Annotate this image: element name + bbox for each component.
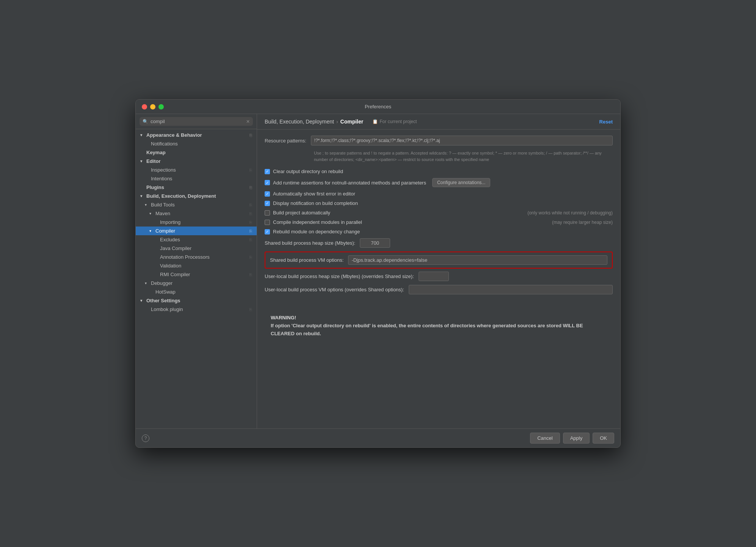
project-indicator: 📋 For current project <box>372 119 417 124</box>
option-label-display-notification: Display notification on build completion <box>273 200 358 206</box>
option-row-rebuild-dependency: Rebuild module on dependency change <box>265 229 613 234</box>
sidebar-item-build-tools[interactable]: ▾ Build Tools ⎘ <box>136 200 257 209</box>
checkbox-runtime-assertions[interactable] <box>265 180 270 185</box>
copy-icon-rmi: ⎘ <box>249 272 252 277</box>
cancel-button[interactable]: Cancel <box>530 433 560 444</box>
window-controls <box>142 104 164 109</box>
copy-icon-maven: ⎘ <box>249 211 252 216</box>
chevron-down-icon-compiler: ▾ <box>149 229 154 233</box>
close-button[interactable] <box>142 104 147 109</box>
main-header: Build, Execution, Deployment › Compiler … <box>257 114 620 130</box>
main-body: Resource patterns: Use ; to separate pat… <box>257 130 620 428</box>
option-note-build-automatically: (only works while not running / debuggin… <box>527 210 613 216</box>
chevron-down-icon-editor: ▾ <box>140 159 145 163</box>
option-label-clear-output: Clear output directory on rebuild <box>273 169 343 174</box>
copy-icon-plugins: ⎘ <box>249 185 252 190</box>
sidebar-item-intentions[interactable]: Intentions <box>136 174 257 183</box>
checkbox-display-notification[interactable] <box>265 201 270 206</box>
checkbox-show-first-error[interactable] <box>265 191 270 197</box>
sidebar-tree: ▾ Appearance & Behavior ⎘ Notifications … <box>136 129 257 428</box>
apply-button[interactable]: Apply <box>563 433 590 444</box>
sidebar-item-importing[interactable]: Importing ⎘ <box>136 218 257 227</box>
reset-button[interactable]: Reset <box>599 119 613 125</box>
option-label-show-first-error: Automatically show first error in editor <box>273 191 355 197</box>
copy-icon-inspections: ⎘ <box>249 168 252 172</box>
option-row-show-first-error: Automatically show first error in editor <box>265 191 613 197</box>
preferences-window: Preferences 🔍 ✕ ▾ Appearance & Behavior … <box>135 99 621 448</box>
checkbox-rebuild-dependency[interactable] <box>265 229 270 234</box>
option-label-runtime-assertions: Add runtime assertions for notnull-annot… <box>273 180 426 186</box>
configure-annotations-button[interactable]: Configure annotations... <box>432 178 490 187</box>
search-input[interactable] <box>151 119 244 124</box>
main-layout: 🔍 ✕ ▾ Appearance & Behavior ⎘ Notificati… <box>136 114 620 428</box>
user-heap-label: User-local build process heap size (Mbyt… <box>265 274 414 279</box>
sidebar-item-build-execution-deployment[interactable]: ▾ Build, Execution, Deployment <box>136 192 257 200</box>
minimize-button[interactable] <box>150 104 155 109</box>
user-vm-row: User-local build process VM options (ove… <box>265 285 613 294</box>
copy-icon: ⎘ <box>249 133 252 138</box>
sidebar-item-rmi-compiler[interactable]: RMI Compiler ⎘ <box>136 270 257 279</box>
resource-patterns-input[interactable] <box>311 136 613 145</box>
chevron-down-icon: ▾ <box>140 133 145 137</box>
warning-title: WARNING! <box>271 314 607 322</box>
checkbox-clear-output[interactable] <box>265 169 270 174</box>
ok-button[interactable]: OK <box>593 433 614 444</box>
option-left-build-auto: Build project automatically <box>265 210 330 216</box>
chevron-down-icon-maven: ▾ <box>149 211 154 216</box>
sidebar-item-plugins[interactable]: Plugins ⎘ <box>136 183 257 192</box>
option-note-compile-parallel: (may require larger heap size) <box>552 220 613 225</box>
project-icon: 📋 <box>372 119 378 124</box>
sidebar-item-compiler[interactable]: ▾ Compiler ⎘ <box>136 227 257 235</box>
option-row-clear-output: Clear output directory on rebuild <box>265 169 613 174</box>
sidebar-item-appearance-behavior[interactable]: ▾ Appearance & Behavior ⎘ <box>136 131 257 139</box>
heap-size-row: Shared build process heap size (Mbytes): <box>265 238 613 248</box>
chevron-down-icon-debugger: ▾ <box>145 281 149 285</box>
sidebar-item-inspections[interactable]: Inspections ⎘ <box>136 166 257 174</box>
vm-options-input[interactable] <box>348 255 607 265</box>
chevron-down-icon-other: ▾ <box>140 299 145 303</box>
heap-size-label: Shared build process heap size (Mbytes): <box>265 240 355 246</box>
checkbox-build-automatically[interactable] <box>265 210 270 216</box>
copy-icon-lombok: ⎘ <box>249 307 252 312</box>
warning-text: If option 'Clear output directory on reb… <box>271 322 607 338</box>
chevron-down-icon-buildtools: ▾ <box>145 203 149 207</box>
resource-patterns-hint: Use ; to separate patterns and ! to nega… <box>265 150 613 163</box>
sidebar-item-lombok-plugin[interactable]: Lombok plugin ⎘ <box>136 305 257 314</box>
heap-size-input[interactable] <box>360 238 390 248</box>
sidebar-item-hotswap[interactable]: HotSwap <box>136 288 257 296</box>
option-row-runtime-assertions: Add runtime assertions for notnull-annot… <box>265 178 613 187</box>
vm-options-highlighted-row: Shared build process VM options: <box>265 252 613 269</box>
sidebar-item-notifications[interactable]: Notifications <box>136 139 257 148</box>
option-left-compile-parallel: Compile independent modules in parallel <box>265 219 362 225</box>
breadcrumb-separator: › <box>336 119 338 125</box>
chevron-down-icon-build: ▾ <box>140 194 145 198</box>
option-row-display-notification: Display notification on build completion <box>265 200 613 206</box>
warning-box: WARNING! If option 'Clear output directo… <box>265 309 613 342</box>
user-heap-input[interactable] <box>419 272 449 281</box>
sidebar-item-validation[interactable]: Validation <box>136 261 257 270</box>
sidebar-item-annotation-processors[interactable]: Annotation Processors ⎘ <box>136 253 257 261</box>
breadcrumb-current: Compiler <box>340 119 364 125</box>
copy-icon-importing: ⎘ <box>249 220 252 225</box>
sidebar-item-editor[interactable]: ▾ Editor <box>136 157 257 166</box>
maximize-button[interactable] <box>158 104 164 109</box>
footer-buttons: Cancel Apply OK <box>530 433 614 444</box>
sidebar-item-maven[interactable]: ▾ Maven ⎘ <box>136 209 257 218</box>
help-button[interactable]: ? <box>142 434 149 442</box>
titlebar: Preferences <box>136 100 620 114</box>
sidebar-item-other-settings[interactable]: ▾ Other Settings <box>136 296 257 305</box>
sidebar: 🔍 ✕ ▾ Appearance & Behavior ⎘ Notificati… <box>136 114 257 428</box>
breadcrumb: Build, Execution, Deployment › Compiler <box>265 119 363 125</box>
search-wrapper: 🔍 ✕ <box>140 117 253 126</box>
option-row-compile-parallel: Compile independent modules in parallel … <box>265 219 613 225</box>
sidebar-item-debugger[interactable]: ▾ Debugger <box>136 279 257 288</box>
clear-icon[interactable]: ✕ <box>246 119 250 124</box>
vm-options-label: Shared build process VM options: <box>270 257 343 263</box>
checkbox-compile-parallel[interactable] <box>265 220 270 225</box>
footer: ? Cancel Apply OK <box>136 428 620 447</box>
user-vm-input[interactable] <box>409 285 613 294</box>
user-vm-label: User-local build process VM options (ove… <box>265 287 404 292</box>
sidebar-item-java-compiler[interactable]: Java Compiler <box>136 244 257 253</box>
sidebar-item-excludes[interactable]: Excludes ⎘ <box>136 235 257 244</box>
sidebar-item-keymap[interactable]: Keymap <box>136 148 257 157</box>
